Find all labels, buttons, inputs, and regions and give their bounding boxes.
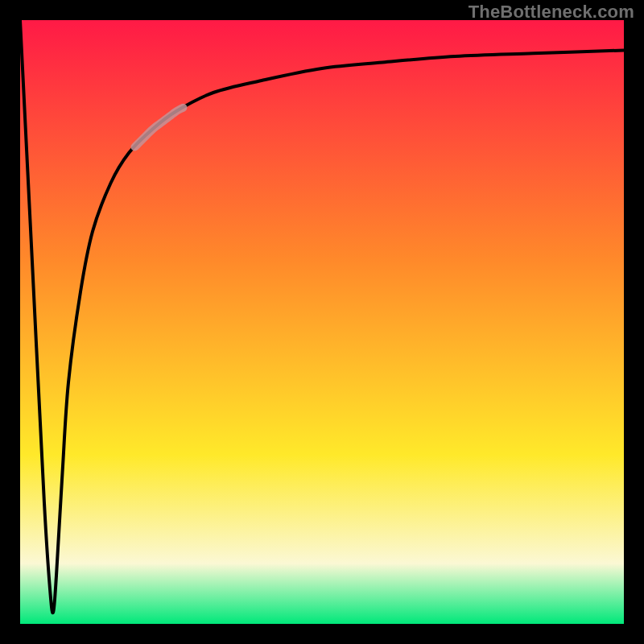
plot-area (20, 20, 624, 624)
gradient-background (20, 20, 624, 624)
plot-svg (20, 20, 624, 624)
chart-frame: TheBottleneck.com (0, 0, 644, 644)
